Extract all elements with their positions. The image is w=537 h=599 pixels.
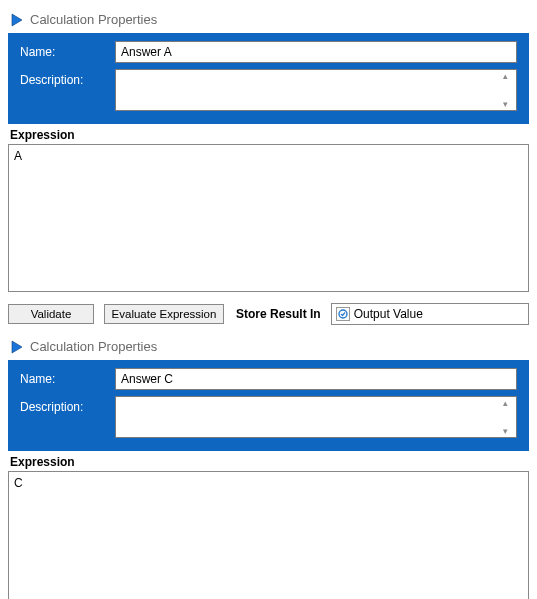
description-row: Description: ▴▾ [20,69,517,114]
expression-input[interactable] [8,144,529,292]
validate-button[interactable]: Validate [8,304,94,324]
name-label: Name: [20,368,115,386]
evaluate-expression-button[interactable]: Evaluate Expression [104,304,224,324]
description-input[interactable] [115,69,517,111]
expression-label: Expression [8,128,529,142]
properties-band: Name: Description: ▴▾ [8,33,529,124]
panel-header: Calculation Properties [8,8,529,33]
store-result-output[interactable]: Output Value [331,303,529,325]
name-row: Name: [20,368,517,390]
output-value-text: Output Value [354,307,423,321]
description-label: Description: [20,69,115,87]
description-input[interactable] [115,396,517,438]
panel-header: Calculation Properties [8,335,529,360]
expression-label: Expression [8,455,529,469]
store-result-label: Store Result In [236,307,321,321]
expression-input[interactable] [8,471,529,599]
play-icon [10,340,24,354]
panel-header-title: Calculation Properties [30,12,157,27]
name-input[interactable] [115,368,517,390]
button-row: Validate Evaluate Expression Store Resul… [8,303,529,325]
description-label: Description: [20,396,115,414]
description-row: Description: ▴▾ [20,396,517,441]
name-input[interactable] [115,41,517,63]
name-label: Name: [20,41,115,59]
name-row: Name: [20,41,517,63]
play-icon [10,13,24,27]
output-value-icon [336,307,350,321]
panel-header-title: Calculation Properties [30,339,157,354]
properties-band: Name: Description: ▴▾ [8,360,529,451]
